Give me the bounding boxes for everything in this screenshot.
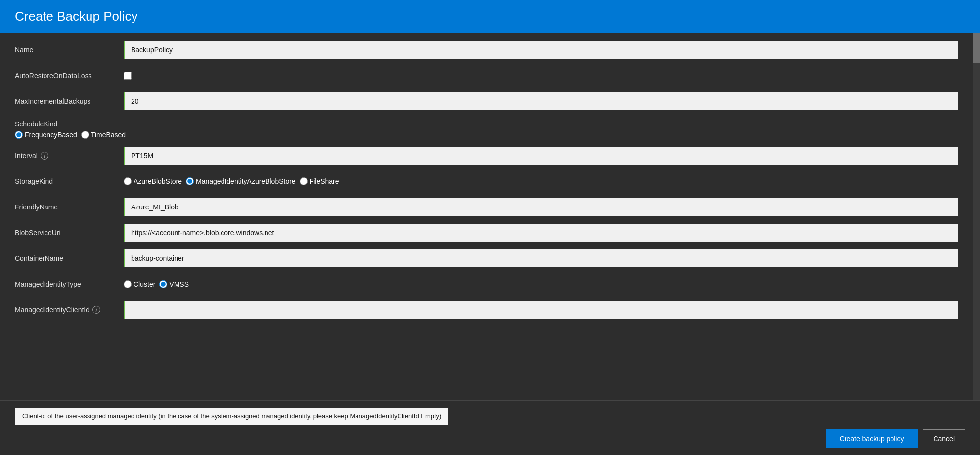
azure-blob-radio[interactable]: [124, 177, 132, 185]
friendly-name-label: FriendlyName: [15, 203, 124, 211]
interval-control: [124, 147, 958, 165]
managed-identity-type-control: Cluster VMSS: [124, 280, 958, 288]
footer: Client-id of the user-assigned managed i…: [0, 400, 980, 455]
vmss-radio[interactable]: [159, 280, 167, 288]
scrollbar-thumb[interactable]: [973, 33, 980, 63]
name-input[interactable]: [124, 41, 958, 59]
name-label: Name: [15, 46, 124, 54]
cancel-button[interactable]: Cancel: [923, 429, 965, 448]
container-name-control: [124, 249, 958, 267]
managed-identity-radio[interactable]: [186, 177, 194, 185]
dialog-title: Create Backup Policy: [0, 0, 980, 33]
managed-identity-client-id-control: [124, 301, 958, 319]
azure-blob-label: AzureBlobStore: [134, 177, 182, 185]
auto-restore-label: AutoRestoreOnDataLoss: [15, 72, 124, 80]
name-control: [124, 41, 958, 59]
blob-service-uri-row: BlobServiceUri: [15, 220, 958, 246]
managed-identity-client-id-row: ManagedIdentityClientId i: [15, 297, 958, 323]
friendly-name-control: [124, 198, 958, 216]
managed-identity-label: ManagedIdentityAzureBlobStore: [196, 177, 296, 185]
blob-service-uri-input[interactable]: [124, 224, 958, 242]
name-row: Name: [15, 37, 958, 63]
blob-service-uri-control: [124, 224, 958, 242]
auto-restore-control: [124, 72, 958, 80]
managed-identity-type-row: ManagedIdentityType Cluster VMSS: [15, 271, 958, 297]
create-backup-policy-button[interactable]: Create backup policy: [826, 429, 918, 448]
interval-label: Interval i: [15, 152, 124, 160]
schedule-kind-section: ScheduleKind FrequencyBased TimeBased: [15, 118, 958, 139]
interval-input[interactable]: [124, 147, 958, 165]
tooltip-text: Client-id of the user-assigned managed i…: [22, 413, 441, 420]
time-based-radio[interactable]: [81, 131, 89, 139]
form-area: Name AutoRestoreOnDataLoss MaxIncrementa…: [0, 33, 973, 332]
storage-kind-control: AzureBlobStore ManagedIdentityAzureBlobS…: [124, 177, 958, 185]
file-share-label: FileShare: [310, 177, 339, 185]
scrollbar-track[interactable]: [973, 33, 980, 400]
vmss-label: VMSS: [169, 280, 189, 288]
auto-restore-checkbox[interactable]: [124, 72, 132, 80]
freq-based-option[interactable]: FrequencyBased: [15, 131, 77, 139]
freq-based-label: FrequencyBased: [25, 131, 77, 139]
freq-based-radio[interactable]: [15, 131, 23, 139]
blob-service-uri-label: BlobServiceUri: [15, 229, 124, 237]
storage-kind-label: StorageKind: [15, 177, 124, 185]
file-share-option[interactable]: FileShare: [300, 177, 339, 185]
max-incremental-label: MaxIncrementalBackups: [15, 97, 124, 105]
max-incremental-control: [124, 92, 958, 110]
storage-kind-row: StorageKind AzureBlobStore ManagedIdenti…: [15, 168, 958, 194]
managed-identity-client-id-info-icon: i: [92, 306, 100, 314]
time-based-label: TimeBased: [91, 131, 126, 139]
friendly-name-input[interactable]: [124, 198, 958, 216]
footer-buttons: Create backup policy Cancel: [826, 429, 965, 448]
max-incremental-row: MaxIncrementalBackups: [15, 88, 958, 114]
cluster-option[interactable]: Cluster: [124, 280, 155, 288]
file-share-radio[interactable]: [300, 177, 308, 185]
managed-identity-type-label: ManagedIdentityType: [15, 280, 124, 288]
managed-identity-client-id-input[interactable]: [124, 301, 958, 319]
managed-identity-option[interactable]: ManagedIdentityAzureBlobStore: [186, 177, 296, 185]
interval-row: Interval i: [15, 143, 958, 168]
cluster-radio[interactable]: [124, 280, 132, 288]
container-name-label: ContainerName: [15, 254, 124, 262]
tooltip-bar: Client-id of the user-assigned managed i…: [15, 408, 448, 425]
time-based-option[interactable]: TimeBased: [81, 131, 126, 139]
max-incremental-input[interactable]: [124, 92, 958, 110]
form-content: Name AutoRestoreOnDataLoss MaxIncrementa…: [0, 33, 980, 400]
container-name-row: ContainerName: [15, 246, 958, 271]
friendly-name-row: FriendlyName: [15, 194, 958, 220]
cluster-label: Cluster: [134, 280, 155, 288]
managed-identity-client-id-label: ManagedIdentityClientId i: [15, 306, 124, 314]
schedule-kind-radio-group: FrequencyBased TimeBased: [15, 131, 958, 139]
azure-blob-option[interactable]: AzureBlobStore: [124, 177, 182, 185]
auto-restore-row: AutoRestoreOnDataLoss: [15, 63, 958, 88]
vmss-option[interactable]: VMSS: [159, 280, 189, 288]
schedule-kind-label: ScheduleKind: [15, 120, 958, 128]
dialog-title-text: Create Backup Policy: [15, 9, 138, 24]
container-name-input[interactable]: [124, 249, 958, 267]
interval-info-icon: i: [41, 152, 48, 160]
